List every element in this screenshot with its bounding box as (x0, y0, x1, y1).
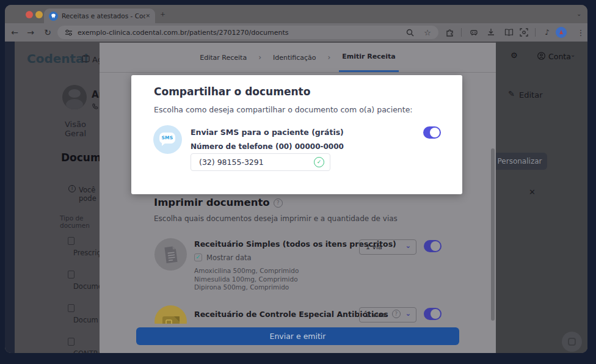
step-identificacao[interactable]: Identificação (270, 43, 319, 72)
personalize-button[interactable]: Personalizar (492, 153, 547, 170)
app-left-rail (5, 42, 15, 353)
desktop: Receitas e atestados - Coden ✕ ＋ ⌄ ← → ↻… (0, 0, 596, 364)
pencil-icon: ✎ (508, 89, 515, 98)
phone-field-label: Número de telefone (00) 00000-0000 (191, 142, 344, 151)
submit-button[interactable]: Enviar e emitir (136, 327, 459, 345)
doc-type-label: CONTRA (73, 349, 100, 353)
phone-icon (92, 103, 99, 110)
toolbar-divider (461, 28, 462, 37)
document-icon (68, 304, 74, 312)
phone-value: (32) 98155-3291 (199, 158, 264, 167)
nav-agenda[interactable]: Agen (92, 55, 100, 64)
share-section-subtitle: Escolha como deseja compartilhar o docum… (154, 105, 413, 114)
back-icon[interactable]: ← (9, 23, 21, 42)
document-icon (68, 237, 74, 245)
chat-widget-button[interactable] (562, 332, 582, 352)
account-chevron-icon: ⌄ (570, 51, 575, 58)
medication-line: Amoxicilina 500mg, Comprimido (194, 267, 299, 275)
codental-favicon-icon (49, 12, 58, 21)
browser-toolbar: ← → ↻ exemplo-clinica.codental.com.br/pa… (5, 23, 587, 42)
hint-info-icon: i (68, 185, 76, 192)
sms-circle-icon: SMS (153, 125, 182, 154)
patient-avatar (62, 85, 87, 109)
close-icon[interactable]: ✕ (529, 187, 536, 197)
step-emitir-receita[interactable]: Emitir Receita (339, 43, 398, 72)
site-settings-icon[interactable] (65, 29, 73, 37)
chevron-down-icon: ⌄ (405, 310, 411, 318)
doc-type-item[interactable]: Docume (68, 269, 100, 293)
modal-scrollbar[interactable] (491, 148, 495, 321)
share-document-spotlight: Compartilhar o documento Escolha como de… (131, 75, 462, 194)
medication-line: Dipirona 500mg, Comprimido (194, 283, 299, 292)
modal-footer: Enviar e emitir (100, 324, 496, 353)
doc-type-item[interactable]: Docum (68, 303, 100, 326)
print-section-title: Imprimir documento? (154, 197, 283, 208)
extensions-puzzle-icon[interactable] (444, 23, 456, 42)
calendar-icon (82, 54, 90, 62)
copies-select[interactable]: 1 via⌄ (359, 239, 416, 255)
browser-window: Receitas e atestados - Coden ✕ ＋ ⌄ ← → ↻… (5, 5, 587, 353)
medication-list: Amoxicilina 500mg, Comprimido Nimesulida… (194, 267, 299, 292)
browser-menu-dots-icon[interactable]: ⋮ (575, 23, 587, 42)
help-icon[interactable]: ? (274, 198, 283, 208)
close-window-button[interactable] (26, 11, 33, 18)
address-bar[interactable]: exemplo-clinica.codental.com.br/patients… (57, 26, 438, 39)
doc-type-label: Prescriç (73, 249, 100, 257)
modal-stepper: Editar Receita › Identificação › Emitir … (100, 43, 496, 73)
chevron-right-icon: › (258, 43, 261, 72)
tab-search-chevron-icon[interactable]: ⌄ (576, 11, 581, 17)
doc-type-item[interactable]: Prescriç (68, 236, 100, 259)
send-sms-toggle[interactable] (423, 126, 441, 139)
document-circle-icon (154, 238, 187, 271)
profile-avatar[interactable] (556, 27, 567, 38)
show-date-label: Mostrar data (206, 253, 252, 262)
print-item-toggle[interactable] (424, 308, 442, 320)
account-menu[interactable]: Conta (548, 52, 571, 61)
tab-overview[interactable]: Visão Geral (65, 120, 100, 138)
doc-type-item[interactable]: CONTRA (68, 337, 100, 353)
forward-icon[interactable]: → (24, 23, 37, 42)
account-person-icon (537, 52, 545, 60)
chevron-down-icon: ⌄ (405, 242, 411, 250)
edit-link[interactable]: Editar (519, 90, 543, 100)
browser-tabstrip: Receitas e atestados - Coden ✕ ＋ ⌄ (5, 5, 587, 23)
document-icon (68, 338, 74, 346)
tab-title: Receitas e atestados - Coden (62, 12, 145, 20)
copies-select[interactable]: 2 vias⌄ (359, 307, 416, 322)
new-tab-button[interactable]: ＋ (159, 10, 167, 18)
url-text[interactable]: exemplo-clinica.codental.com.br/patients… (78, 29, 406, 37)
screen-capture-icon[interactable] (518, 23, 530, 42)
chat-icon (568, 338, 576, 346)
app-background-right: ⚙ Conta ⌄ ✎ Editar Personalizar ✕ (496, 42, 587, 353)
downloads-icon[interactable] (485, 23, 497, 42)
chevron-right-icon: › (328, 43, 331, 72)
reading-list-book-icon[interactable] (503, 23, 515, 42)
app-background-left: Codental Agen Ama (11 Visão Geral Docu (15, 42, 100, 353)
reload-icon[interactable]: ↻ (42, 23, 54, 42)
media-controls-icon[interactable]: ♪ (541, 23, 553, 42)
gear-icon[interactable]: ⚙ (511, 51, 518, 60)
minimize-window-button[interactable] (35, 11, 43, 18)
step-editar-receita[interactable]: Editar Receita (197, 43, 250, 72)
documents-heading: Document (61, 151, 100, 164)
prescription-document-icon (162, 244, 180, 264)
doc-type-label: Docum (73, 316, 98, 324)
hint-text: Você pode (79, 186, 100, 203)
zoom-icon[interactable] (406, 29, 414, 37)
bookmark-star-icon[interactable]: ☆ (424, 29, 431, 37)
codental-logo: Codental (27, 51, 88, 66)
doc-type-label: Docume (73, 282, 100, 291)
extension-robot-icon[interactable] (468, 23, 480, 42)
browser-tab[interactable]: Receitas e atestados - Coden ✕ (44, 9, 155, 23)
print-item-toggle[interactable] (424, 240, 442, 252)
page-content: Codental Agen Ama (11 Visão Geral Docu (5, 42, 587, 353)
show-date-checkbox[interactable]: ✓ (194, 253, 202, 261)
toolbar-divider (535, 28, 536, 37)
patient-name: Ama (92, 89, 100, 100)
tab-close-icon[interactable]: ✕ (145, 13, 150, 19)
valid-check-icon: ✓ (314, 157, 324, 167)
sms-bubble-icon: SMS (159, 133, 175, 144)
phone-input[interactable]: (32) 98155-3291 ✓ (191, 153, 330, 171)
print-section-subtitle: Escolha quais documentos deseja imprimir… (154, 214, 398, 223)
document-icon (68, 271, 74, 278)
